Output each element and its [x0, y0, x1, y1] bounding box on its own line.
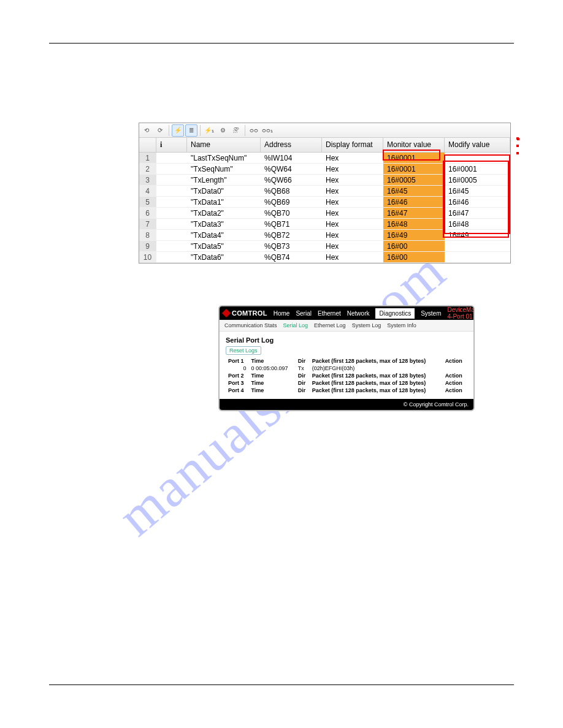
- row-address[interactable]: %QB69: [261, 197, 322, 207]
- row-display[interactable]: Hex: [322, 241, 383, 251]
- subnav-eth-log[interactable]: Ethernet Log: [314, 322, 346, 328]
- row-modify[interactable]: 16#49: [445, 230, 510, 240]
- log-port[interactable]: Port 4: [226, 387, 249, 394]
- log-port[interactable]: Port 1: [226, 357, 249, 365]
- row-name[interactable]: "TxSeqNum": [187, 164, 261, 174]
- log-port[interactable]: Port 2: [226, 372, 249, 379]
- row-i: [156, 175, 187, 185]
- row-display[interactable]: Hex: [322, 230, 383, 240]
- row-address[interactable]: %IW104: [261, 153, 322, 163]
- nav-network[interactable]: Network: [347, 310, 370, 317]
- nav-system[interactable]: System: [421, 310, 441, 317]
- row-name[interactable]: "TxData6": [187, 252, 261, 262]
- subnav-serial-log[interactable]: Serial Log: [283, 322, 308, 328]
- refresh-alt-icon[interactable]: ⟳: [154, 124, 166, 137]
- column-address[interactable]: Address: [261, 138, 322, 152]
- nav-diagnostics[interactable]: Diagnostics: [375, 308, 415, 319]
- row-monitor: 16#47: [383, 208, 445, 218]
- nav-device[interactable]: DeviceMaster 4-Port 01: [448, 306, 475, 320]
- row-modify[interactable]: 16#45: [445, 186, 510, 196]
- row-number: 4: [139, 186, 156, 196]
- row-name[interactable]: "TxData0": [187, 186, 261, 196]
- row-modify[interactable]: [445, 252, 510, 262]
- subnav-comm[interactable]: Communication Stats: [224, 322, 277, 328]
- row-name[interactable]: "TxData5": [187, 241, 261, 251]
- row-address[interactable]: %QB72: [261, 230, 322, 240]
- row-monitor: 16#00: [383, 252, 445, 262]
- row-address[interactable]: %QW64: [261, 164, 322, 174]
- row-display[interactable]: Hex: [322, 197, 383, 207]
- flash-icon[interactable]: ⚡: [172, 124, 184, 137]
- row-i: [156, 208, 187, 218]
- column-i[interactable]: i: [156, 138, 187, 152]
- toolbar-separator: [200, 125, 201, 136]
- row-display[interactable]: Hex: [322, 252, 383, 262]
- row-modify[interactable]: 16#0005: [445, 175, 510, 185]
- highlight-box-row1-monitor: [516, 145, 519, 147]
- column-monitor-value[interactable]: Monitor value: [383, 138, 445, 152]
- row-monitor: 16#49: [383, 230, 445, 240]
- nav-home[interactable]: Home: [274, 310, 290, 317]
- gear-icon[interactable]: ⛈: [230, 124, 242, 137]
- row-address[interactable]: %QW66: [261, 175, 322, 185]
- table-row: 10"TxData6"%QB74Hex16#00: [139, 252, 510, 263]
- row-name[interactable]: "LastTxSeqNum": [187, 153, 261, 163]
- subnav-sys-log[interactable]: System Log: [352, 322, 381, 328]
- row-i: [156, 252, 187, 262]
- row-modify[interactable]: [445, 241, 510, 251]
- subnav-sys-info[interactable]: System Info: [387, 322, 416, 328]
- row-monitor: 16#46: [383, 197, 445, 207]
- reset-logs-button[interactable]: Reset Logs: [226, 346, 261, 355]
- nav-serial[interactable]: Serial: [296, 310, 312, 317]
- table-row: 4"TxData0"%QB68Hex16#4516#45: [139, 186, 510, 197]
- row-name[interactable]: "TxData3": [187, 219, 261, 229]
- row-display[interactable]: Hex: [322, 175, 383, 185]
- row-display[interactable]: Hex: [322, 164, 383, 174]
- column-display-format[interactable]: Display format: [322, 138, 383, 152]
- refresh-icon[interactable]: ⟲: [140, 124, 153, 137]
- row-display[interactable]: Hex: [322, 208, 383, 218]
- table-row: 3"TxLength"%QW66Hex16#000516#0005: [139, 175, 510, 186]
- row-modify[interactable]: 16#0001: [445, 164, 510, 174]
- log-port[interactable]: Port 3: [226, 379, 249, 387]
- column-name[interactable]: Name: [187, 138, 261, 152]
- row-modify[interactable]: 16#48: [445, 219, 510, 229]
- row-address[interactable]: %QB74: [261, 252, 322, 262]
- row-i: [156, 219, 187, 229]
- row-display[interactable]: Hex: [322, 153, 383, 163]
- toolbar-separator: [245, 125, 245, 136]
- row-modify[interactable]: 16#47: [445, 208, 510, 218]
- log-time: Time: [249, 387, 296, 394]
- row-monitor: 16#48: [383, 219, 445, 229]
- toolbar-separator: [169, 125, 169, 136]
- highlight-box-monitor-col: [516, 137, 519, 140]
- row-number: 5: [139, 197, 156, 207]
- row-name[interactable]: "TxData4": [187, 230, 261, 240]
- table-row: 5"TxData1"%QB69Hex16#4616#46: [139, 197, 510, 208]
- row-name[interactable]: "TxData2": [187, 208, 261, 218]
- row-modify[interactable]: 16#46: [445, 197, 510, 207]
- row-display[interactable]: Hex: [322, 186, 383, 196]
- list-icon[interactable]: ≣: [185, 124, 197, 137]
- row-modify[interactable]: [445, 153, 510, 163]
- row-address[interactable]: %QB70: [261, 208, 322, 218]
- log-time: Time: [249, 379, 296, 387]
- diamond-icon: [222, 309, 231, 317]
- glasses-alt-icon[interactable]: ᴑᴑ₁: [261, 124, 274, 137]
- row-number: 10: [139, 252, 156, 262]
- row-address[interactable]: %QB71: [261, 219, 322, 229]
- row-i: [156, 197, 187, 207]
- lightning-icon[interactable]: ⚙: [216, 124, 229, 137]
- row-name[interactable]: "TxData1": [187, 197, 261, 207]
- column-modify-value[interactable]: Modify value: [445, 138, 510, 152]
- row-name[interactable]: "TxLength": [187, 175, 261, 185]
- glasses-icon[interactable]: ᴑᴑ: [248, 124, 260, 137]
- row-display[interactable]: Hex: [322, 219, 383, 229]
- table-row: 6"TxData2"%QB70Hex16#4716#47: [139, 208, 510, 219]
- row-address[interactable]: %QB68: [261, 186, 322, 196]
- row-address[interactable]: %QB73: [261, 241, 322, 251]
- log-action-h: Action: [443, 357, 467, 365]
- log-packet-h: Packet (first 128 packets, max of 128 by…: [310, 357, 443, 365]
- nav-ethernet[interactable]: Ethernet: [318, 310, 341, 317]
- bolt-icon[interactable]: ⚡₁: [203, 124, 215, 137]
